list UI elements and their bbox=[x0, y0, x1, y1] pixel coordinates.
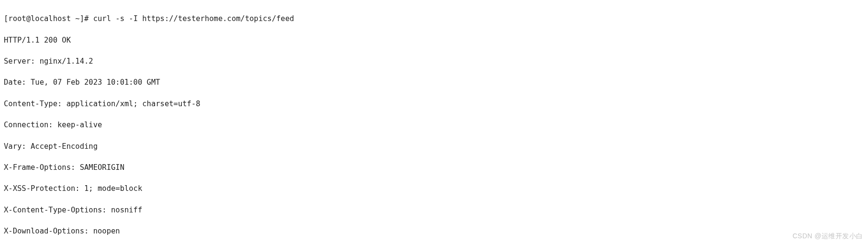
output-line: HTTP/1.1 200 OK bbox=[4, 35, 864, 45]
terminal-output: [root@localhost ~]# curl -s -I https://t… bbox=[0, 0, 868, 244]
shell-command: curl -s -I https://testerhome.com/topics… bbox=[93, 14, 294, 23]
output-line: Server: nginx/1.14.2 bbox=[4, 56, 864, 67]
output-line: Connection: keep-alive bbox=[4, 120, 864, 130]
output-line: X-Content-Type-Options: nosniff bbox=[4, 205, 864, 215]
output-line: Date: Tue, 07 Feb 2023 10:01:00 GMT bbox=[4, 77, 864, 88]
command-line: [root@localhost ~]# curl -s -I https://t… bbox=[4, 13, 864, 24]
output-line: Vary: Accept-Encoding bbox=[4, 141, 864, 152]
output-line: Content-Type: application/xml; charset=u… bbox=[4, 99, 864, 109]
output-line: X-Frame-Options: SAMEORIGIN bbox=[4, 162, 864, 173]
csdn-watermark: CSDN @运维开发小白 bbox=[792, 231, 863, 241]
output-line: X-Download-Options: noopen bbox=[4, 226, 864, 236]
output-line: X-XSS-Protection: 1; mode=block bbox=[4, 183, 864, 194]
shell-prompt: [root@localhost ~]# bbox=[4, 14, 93, 23]
